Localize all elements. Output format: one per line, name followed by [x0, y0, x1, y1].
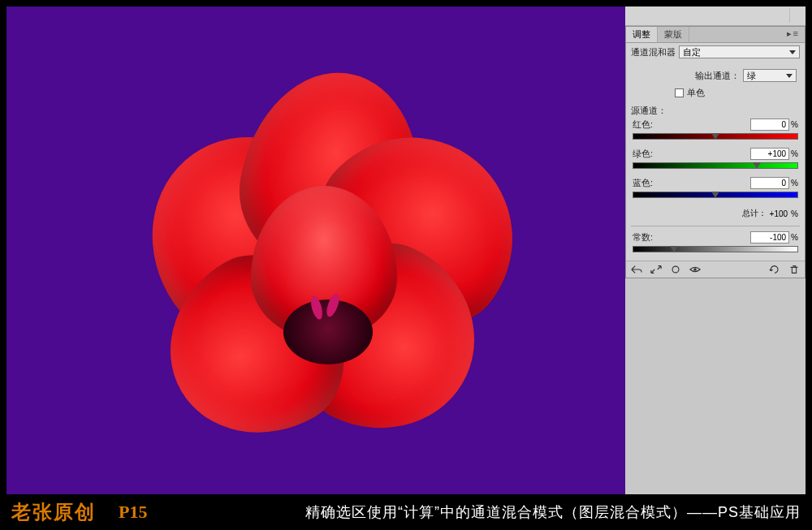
flower-image — [121, 64, 511, 437]
slider-blue-track[interactable] — [633, 192, 798, 200]
slider-constant-input[interactable]: -100 — [750, 231, 789, 243]
slider-green-label: 绿色: — [633, 148, 653, 160]
delete-icon[interactable] — [788, 265, 800, 274]
right-panel-column: 调整 蒙版 ▸≡ 通道混和器 自定 输出通道： 绿 单色 — [625, 6, 806, 494]
panel-empty-area — [625, 278, 806, 494]
panel-tabs: 调整 蒙版 ▸≡ — [626, 27, 805, 43]
caption-page: P15 — [119, 502, 147, 523]
monochrome-checkbox[interactable] — [675, 88, 684, 97]
slider-blue: 蓝色: 0 % — [626, 177, 805, 206]
app-window: 调整 蒙版 ▸≡ 通道混和器 自定 输出通道： 绿 单色 — [6, 6, 806, 494]
caption-title: 精确选区使用“计算”中的通道混合模式（图层混合模式）——PS基础应用 — [305, 502, 801, 522]
slider-red: 红色: 0 % — [626, 118, 805, 148]
adjustments-panel: 调整 蒙版 ▸≡ 通道混和器 自定 输出通道： 绿 单色 — [625, 26, 806, 278]
percent-sign: % — [791, 209, 798, 218]
clip-icon[interactable] — [670, 265, 681, 274]
percent-sign: % — [791, 233, 798, 242]
output-channel-value: 绿 — [747, 70, 756, 82]
percent-sign: % — [791, 179, 798, 187]
total-row: 总计： +100 % — [626, 206, 805, 226]
output-channel-dropdown[interactable]: 绿 — [743, 69, 797, 82]
tab-adjustments[interactable]: 调整 — [626, 27, 658, 42]
back-arrow-icon[interactable] — [631, 265, 642, 274]
slider-constant: 常数: -100 % — [626, 226, 805, 261]
slider-blue-input[interactable]: 0 — [750, 177, 789, 189]
tab-masks[interactable]: 蒙版 — [658, 27, 689, 42]
source-channels-label: 源通道： — [626, 101, 805, 118]
slider-green: 绿色: +100 % — [626, 148, 805, 177]
slider-red-input[interactable]: 0 — [750, 118, 789, 131]
preset-dropdown[interactable]: 自定 — [679, 45, 800, 58]
output-channel-label: 输出通道： — [695, 70, 740, 82]
slider-thumb[interactable] — [753, 162, 761, 169]
slider-green-track[interactable] — [633, 162, 798, 170]
percent-sign: % — [791, 149, 798, 158]
dock-collapse-icon[interactable] — [789, 8, 806, 23]
total-label: 总计： — [742, 208, 767, 219]
canvas-area[interactable] — [6, 6, 625, 494]
slider-thumb[interactable] — [670, 246, 678, 252]
svg-point-0 — [672, 266, 679, 273]
slider-red-track[interactable] — [633, 133, 798, 141]
expand-icon[interactable] — [650, 265, 662, 274]
slider-constant-label: 常数: — [633, 231, 653, 243]
caption-bar: 老张原创 P15 精确选区使用“计算”中的通道混合模式（图层混合模式）——PS基… — [0, 494, 812, 530]
panel-dock-bar — [625, 6, 806, 26]
total-value: +100 — [770, 209, 788, 218]
slider-green-input[interactable]: +100 — [750, 148, 789, 160]
slider-red-label: 红色: — [633, 118, 653, 131]
chevron-down-icon — [786, 74, 793, 78]
caption-brand: 老张原创 — [11, 499, 96, 525]
visibility-icon[interactable] — [689, 265, 701, 274]
reset-icon[interactable] — [769, 265, 780, 274]
panel-menu-icon[interactable]: ▸≡ — [782, 27, 805, 42]
percent-sign: % — [791, 120, 798, 129]
chevron-down-icon — [789, 50, 796, 54]
panel-footer — [626, 261, 805, 278]
preset-value: 自定 — [683, 46, 701, 58]
slider-constant-track[interactable] — [633, 246, 798, 254]
monochrome-label: 单色 — [687, 87, 705, 99]
channel-mixer-title: 通道混和器 — [631, 46, 676, 58]
slider-thumb[interactable] — [711, 192, 719, 198]
slider-thumb[interactable] — [711, 133, 719, 140]
svg-point-1 — [693, 268, 697, 271]
slider-blue-label: 蓝色: — [633, 177, 653, 189]
